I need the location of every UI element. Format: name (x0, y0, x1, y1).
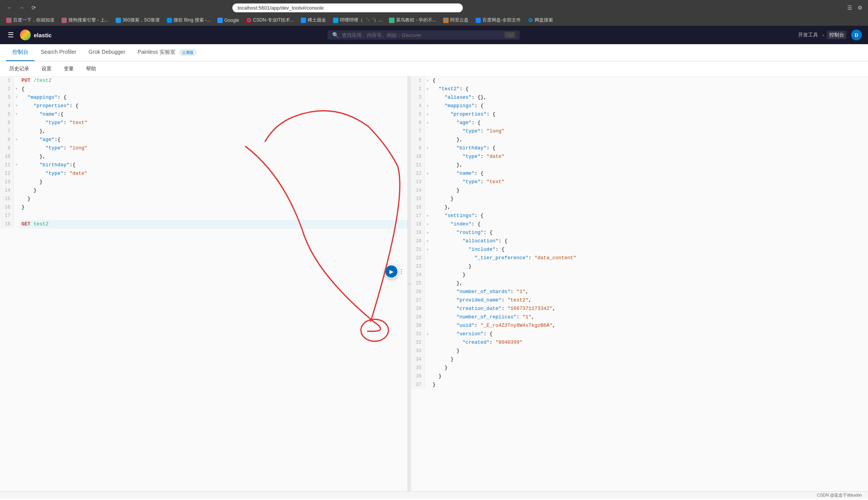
output-line-content: }, (430, 203, 868, 212)
output-fold-indicator[interactable]: ▾ (425, 85, 430, 93)
tab-search-profiler[interactable]: Search Profiler (35, 44, 83, 61)
output-line: 24 } (411, 271, 868, 279)
address-bar[interactable]: localhost:5601/app/dev_tools#/console (232, 3, 463, 12)
output-line-number: 26 (411, 288, 425, 296)
profile-button[interactable]: ⚙ (856, 3, 864, 12)
output-fold-indicator[interactable]: ▾ (425, 220, 430, 228)
bookmark-item[interactable]: 🌐搜狗搜索引擎 - 上... (58, 16, 112, 24)
bookmark-item[interactable]: 🌐稀土掘金 (298, 16, 329, 24)
line-content[interactable]: }, (19, 152, 407, 161)
panel-resizer[interactable]: ⁝ (408, 76, 411, 491)
output-fold-indicator[interactable]: ▾ (425, 76, 430, 85)
bookmark-item[interactable]: 🌐Google (214, 16, 242, 24)
line-content[interactable]: "properties": { (19, 102, 407, 110)
line-content[interactable]: "type": "text" (19, 119, 407, 127)
line-content[interactable]: "type": "long" (19, 144, 407, 152)
bookmark-item[interactable]: 🌐网盘搜索 (525, 16, 556, 24)
editor-line: 6 "type": "text" (0, 119, 407, 127)
line-content[interactable]: } (19, 195, 407, 203)
line-content[interactable]: "mappings": { (19, 93, 407, 102)
line-content[interactable]: { (19, 85, 407, 93)
line-content[interactable]: } (19, 178, 407, 186)
fold-indicator[interactable]: ▾ (14, 136, 19, 144)
line-content[interactable]: }, (19, 127, 407, 136)
subtab-history[interactable]: 历史记录 (6, 64, 32, 74)
resizer-handle: ⁝ (406, 283, 413, 285)
fold-indicator[interactable]: ▾ (14, 161, 19, 169)
bookmark-item[interactable]: 🌐阿里云盘 (440, 16, 472, 24)
output-fold-indicator[interactable]: ▾ (425, 102, 430, 110)
extensions-button[interactable]: ☰ (846, 3, 854, 12)
line-number: 14 (0, 186, 14, 195)
line-content[interactable]: PUT /test2 (19, 76, 407, 85)
bookmark-item[interactable]: 🌐CSDN-专业IT技术... (243, 16, 297, 24)
browser-actions: ☰ ⚙ (846, 3, 864, 12)
output-fold-indicator[interactable]: ▾ (425, 110, 430, 119)
line-content[interactable]: "name":{ (19, 110, 407, 119)
line-content[interactable]: } (19, 186, 407, 195)
back-button[interactable]: ← (4, 2, 15, 13)
output-fold-indicator[interactable]: ▾ (425, 237, 430, 245)
output-line-number: 21 (411, 245, 425, 254)
fold-indicator (14, 195, 19, 203)
output-line-content: } (430, 364, 868, 372)
tab-painless[interactable]: Painless 实验室 公测版 (131, 44, 202, 61)
output-line-number: 22 (411, 254, 425, 262)
line-content[interactable]: "age":{ (19, 136, 407, 144)
settings-button[interactable]: ⋮ (397, 265, 406, 278)
output-fold-indicator[interactable]: ▾ (425, 169, 430, 178)
line-content[interactable] (19, 212, 407, 220)
bookmark-item[interactable]: 🌐百度网盘-全部文件 (472, 16, 524, 24)
output-fold-indicator (425, 152, 430, 161)
output-line: 29 "number_of_replicas": "1", (411, 313, 868, 321)
editor-line: 11 ▾ "birthday":{ (0, 161, 407, 169)
line-content[interactable]: GET test2 (19, 220, 407, 228)
fold-indicator[interactable]: ▾ (14, 85, 19, 93)
bookmark-item[interactable]: 🌐百度一下，你就知道 (3, 16, 58, 24)
output-fold-indicator[interactable]: ▾ (425, 245, 430, 254)
subtab-variables[interactable]: 变量 (61, 64, 77, 74)
fold-indicator (14, 119, 19, 127)
fold-indicator[interactable]: ▾ (14, 110, 19, 119)
bookmark-item[interactable]: 🌐菜鸟教程 - 学的不... (386, 16, 439, 24)
global-search-input[interactable] (342, 32, 502, 38)
output-fold-indicator (425, 296, 430, 305)
bookmarks-bar: 🌐百度一下，你就知道🌐搜狗搜索引擎 - 上...🌐360搜索，SO靠谱🌐微软 B… (0, 15, 868, 26)
breadcrumb-console[interactable]: 控制台 (827, 31, 846, 39)
editor-content[interactable]: 1 PUT /test2 2 ▾ { 3 ▾ "mappings": { 4 ▾… (0, 76, 407, 491)
subtab-help[interactable]: 帮助 (83, 64, 99, 74)
subtab-settings[interactable]: 设置 (38, 64, 55, 74)
fold-indicator[interactable]: ▾ (14, 102, 19, 110)
hamburger-menu[interactable]: ☰ (6, 29, 15, 41)
forward-button[interactable]: → (16, 2, 27, 13)
fold-indicator[interactable]: ▾ (14, 93, 19, 102)
output-line-content: } (430, 381, 868, 389)
output-line-content: "aliases": {}, (430, 93, 868, 102)
output-line: 15 } (411, 195, 868, 203)
output-line: 19 ▾ "routing": { (411, 228, 868, 237)
output-fold-indicator[interactable]: ▾ (425, 119, 430, 127)
bookmark-item[interactable]: 🌐微软 Bing 搜索 -... (164, 16, 214, 24)
line-content[interactable]: } (19, 203, 407, 212)
output-fold-indicator[interactable]: ▾ (425, 228, 430, 237)
search-input-wrap[interactable]: 🔍 ⌥/ (328, 30, 520, 40)
output-fold-indicator[interactable]: ▾ (425, 330, 430, 338)
bookmark-item[interactable]: 🌐哔哩哔哩（゜-゜）... (330, 16, 385, 24)
fold-indicator (14, 127, 19, 136)
output-line-content: "name": { (430, 169, 868, 178)
line-content[interactable]: "type": "date" (19, 169, 407, 178)
breadcrumb-dev-tools[interactable]: 开发工具 (796, 31, 820, 39)
output-fold-indicator[interactable]: ▾ (425, 144, 430, 152)
output-line: 32 "created": "8040399" (411, 338, 868, 347)
run-button[interactable]: ▶ (384, 265, 398, 278)
tab-console[interactable]: 控制台 (6, 44, 35, 61)
bookmark-item[interactable]: 🌐360搜索，SO靠谱 (113, 16, 163, 24)
user-avatar[interactable]: D (851, 30, 862, 40)
reload-button[interactable]: ⟳ (28, 2, 39, 13)
output-fold-indicator (425, 186, 430, 195)
line-content[interactable]: "birthday":{ (19, 161, 407, 169)
tab-grok-debugger[interactable]: Grok Debugger (83, 44, 132, 61)
output-line-content: "allocation": { (430, 237, 868, 245)
output-line-number: 32 (411, 338, 425, 347)
output-fold-indicator[interactable]: ▾ (425, 212, 430, 220)
